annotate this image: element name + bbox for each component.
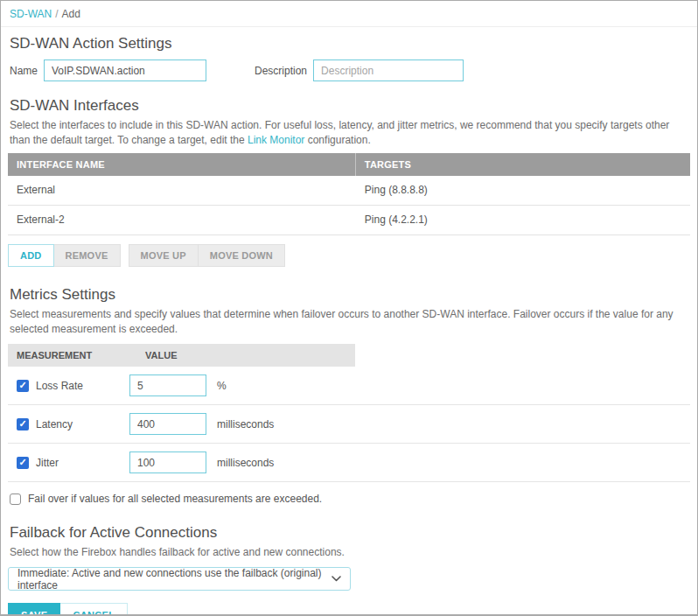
targets-column-header: TARGETS xyxy=(356,153,690,176)
failback-selected-option: Immediate: Active and new connections us… xyxy=(17,567,332,592)
description-label: Description xyxy=(255,65,307,77)
fail-over-checkbox[interactable] xyxy=(10,494,21,505)
interface-name-cell: External-2 xyxy=(8,206,356,234)
interfaces-description: Select the interfaces to include in this… xyxy=(10,118,688,148)
move-down-button[interactable]: MOVE DOWN xyxy=(199,244,285,267)
footer-button-row: SAVE CANCEL xyxy=(8,603,690,616)
name-label: Name xyxy=(10,65,38,77)
interface-name-column-header: INTERFACE NAME xyxy=(8,153,356,176)
fail-over-row: Fail over if values for all selected mea… xyxy=(10,493,688,505)
value-column-header: VALUE xyxy=(136,344,355,367)
breadcrumb: SD-WAN/Add xyxy=(1,1,697,27)
add-button[interactable]: ADD xyxy=(8,244,54,267)
fail-over-label: Fail over if values for all selected mea… xyxy=(28,493,322,505)
link-monitor-link[interactable]: Link Monitor xyxy=(248,134,304,146)
save-button[interactable]: SAVE xyxy=(8,603,60,616)
metrics-table-header: MEASUREMENT VALUE xyxy=(8,344,355,367)
metric-row-loss-rate: ✓ Loss Rate % xyxy=(8,367,690,405)
breadcrumb-current: Add xyxy=(62,8,80,20)
latency-checkbox[interactable]: ✓ xyxy=(17,418,29,430)
loss-rate-unit: % xyxy=(217,380,227,392)
interfaces-button-row: ADD REMOVE MOVE UP MOVE DOWN xyxy=(8,244,690,267)
page-title: SD-WAN Action Settings xyxy=(10,35,688,52)
metric-row-jitter: ✓ Jitter milliseconds xyxy=(8,444,690,482)
latency-unit: milliseconds xyxy=(217,418,274,430)
jitter-checkbox[interactable]: ✓ xyxy=(17,457,29,469)
failback-select[interactable]: Immediate: Active and new connections us… xyxy=(8,567,351,591)
metric-row-latency: ✓ Latency milliseconds xyxy=(8,405,690,444)
metrics-description: Select measurements and specify values t… xyxy=(10,307,688,337)
jitter-value-input[interactable] xyxy=(129,452,206,473)
move-up-button[interactable]: MOVE UP xyxy=(129,244,199,267)
interfaces-description-tail: configuration. xyxy=(304,134,370,146)
remove-button[interactable]: REMOVE xyxy=(54,244,121,267)
name-input[interactable] xyxy=(44,60,206,81)
interfaces-section-title: SD-WAN Interfaces xyxy=(10,97,688,115)
failback-description: Select how the Firebox handles failback … xyxy=(10,545,688,560)
jitter-label-cell: ✓ Jitter xyxy=(8,457,129,469)
latency-value-input[interactable] xyxy=(129,413,206,435)
loss-rate-checkbox[interactable]: ✓ xyxy=(17,380,29,392)
chevron-down-icon xyxy=(332,576,341,582)
description-input[interactable] xyxy=(313,60,464,81)
check-icon: ✓ xyxy=(18,381,26,390)
measurement-column-header: MEASUREMENT xyxy=(8,344,136,367)
name-description-row: Name Description xyxy=(10,60,688,81)
interfaces-table: INTERFACE NAME TARGETS External Ping (8.… xyxy=(8,153,690,235)
jitter-unit: milliseconds xyxy=(217,457,274,469)
breadcrumb-separator: / xyxy=(55,8,58,20)
table-row[interactable]: External Ping (8.8.8.8) xyxy=(8,176,690,206)
table-row[interactable]: External-2 Ping (4.2.2.1) xyxy=(8,206,690,235)
breadcrumb-sdwan-link[interactable]: SD-WAN xyxy=(10,8,52,20)
latency-label-cell: ✓ Latency xyxy=(8,418,129,430)
check-icon: ✓ xyxy=(18,458,26,467)
metrics-section-title: Metrics Settings xyxy=(10,286,688,304)
loss-rate-label-cell: ✓ Loss Rate xyxy=(8,380,129,392)
interface-name-cell: External xyxy=(8,176,356,205)
targets-cell: Ping (4.2.2.1) xyxy=(356,206,690,234)
jitter-label: Jitter xyxy=(36,457,59,469)
failback-section-title: Failback for Active Connections xyxy=(10,524,688,542)
loss-rate-label: Loss Rate xyxy=(36,380,83,392)
latency-label: Latency xyxy=(36,418,73,430)
loss-rate-value-input[interactable] xyxy=(129,374,206,396)
targets-cell: Ping (8.8.8.8) xyxy=(356,176,690,205)
cancel-button[interactable]: CANCEL xyxy=(60,603,128,616)
interfaces-table-header: INTERFACE NAME TARGETS xyxy=(8,153,690,176)
check-icon: ✓ xyxy=(18,419,26,429)
metrics-rows: ✓ Loss Rate % ✓ Latency milliseconds ✓ J… xyxy=(8,367,690,482)
sdwan-add-page: SD-WAN/Add SD-WAN Action Settings Name D… xyxy=(0,0,698,616)
